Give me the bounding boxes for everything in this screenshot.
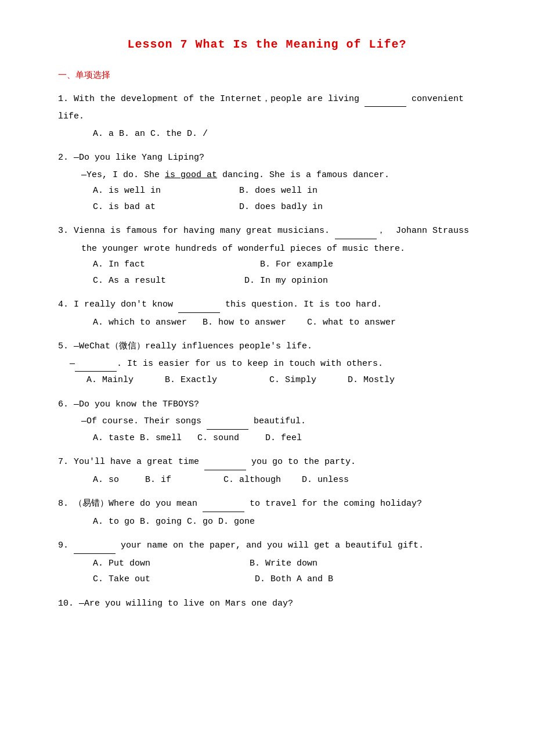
question-3-options-b: C. As a result D. In my opinion <box>93 273 488 289</box>
question-2: 2. —Do you like Yang Liping? —Yes, I do.… <box>58 150 488 214</box>
page-title: Lesson 7 What Is the Meaning of Life? <box>46 35 488 55</box>
question-9-text: 9. your name on the paper, and you will … <box>58 538 488 554</box>
question-3-continuation: the younger wrote hundreds of wonderful … <box>81 242 488 257</box>
question-9: 9. your name on the paper, and you will … <box>58 538 488 587</box>
question-1-options: A. a B. an C. the D. / <box>93 127 488 142</box>
question-7-text: 7. You'll have a great time you go to th… <box>58 455 488 470</box>
question-6-sub: —Of course. Their songs beautiful. <box>81 414 488 430</box>
question-2-options-b: C. is bad at D. does badly in <box>93 200 488 215</box>
question-4-text: 4. I really don't know this question. It… <box>58 297 488 313</box>
question-3: 3. Vienna is famous for having many grea… <box>58 224 488 288</box>
question-5-options: A. Mainly B. Exactly C. Simply D. Mostly <box>81 373 488 388</box>
question-4: 4. I really don't know this question. It… <box>58 297 488 330</box>
question-6-text: 6. —Do you know the TFBOYS? <box>58 397 488 412</box>
question-5-text: 5. —WeChat（微信）really influences people's… <box>58 339 488 354</box>
question-1: 1. With the development of the Internet，… <box>58 92 488 142</box>
section-header: 一、单项选择 <box>58 69 488 84</box>
question-10: 10. —Are you willing to live on Mars one… <box>58 596 488 611</box>
question-10-text: 10. —Are you willing to live on Mars one… <box>58 596 488 611</box>
question-2-text: 2. —Do you like Yang Liping? <box>58 150 488 165</box>
question-5: 5. —WeChat（微信）really influences people's… <box>58 339 488 388</box>
question-1-text: 1. With the development of the Internet，… <box>58 92 488 107</box>
question-8-text: 8. （易错）Where do you mean to travel for t… <box>58 496 488 512</box>
question-6: 6. —Do you know the TFBOYS? —Of course. … <box>58 397 488 446</box>
question-1-continuation: life. <box>58 109 488 124</box>
question-2-sub: —Yes, I do. She is good at dancing. She … <box>81 168 488 183</box>
question-9-options-a: A. Put down B. Write down <box>93 556 488 571</box>
question-6-options: A. taste B. smell C. sound D. feel <box>93 431 488 446</box>
question-7: 7. You'll have a great time you go to th… <box>58 455 488 487</box>
question-8: 8. （易错）Where do you mean to travel for t… <box>58 496 488 529</box>
question-3-text: 3. Vienna is famous for having many grea… <box>58 224 488 239</box>
question-7-options: A. so B. if C. although D. unless <box>93 473 488 488</box>
question-5-sub: — . It is easier for us to keep in touch… <box>70 357 488 372</box>
question-4-options: A. which to answer B. how to answer C. w… <box>93 315 488 330</box>
question-9-options-b: C. Take out D. Both A and B <box>93 572 488 587</box>
question-3-options-a: A. In fact B. For example <box>93 257 488 272</box>
question-8-options: A. to go B. going C. go D. gone <box>93 514 488 530</box>
question-2-options-a: A. is well in B. does well in <box>93 183 488 199</box>
